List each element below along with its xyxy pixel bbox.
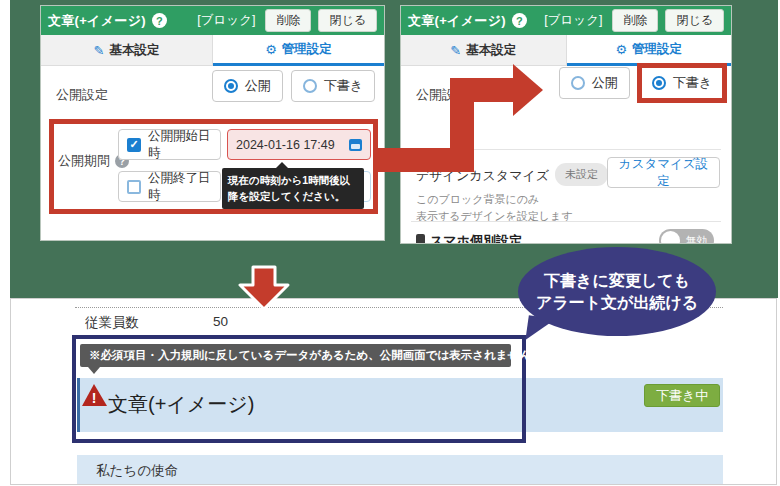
block-settings-panel-before: 文章(+イメージ) ? [ブロック] 削除 閉じる ✎ 基本設定 ⚙ 管理設定 … [40,5,385,241]
publish-radio-group: 公開 下書き [212,70,375,102]
end-datetime-label: 公開終了日時 [148,170,212,204]
tab-bar: ✎ 基本設定 ⚙ 管理設定 [41,35,384,66]
section-title-bar: 私たちの使命 [77,455,723,485]
publish-period-highlight-box: 公開期間 ? ✓ 公開開始日時 2024-01-16 17:49 公開終了日時 … [49,119,378,214]
panel-title: 文章(+イメージ) [408,12,506,30]
start-datetime-label: 公開開始日時 [148,128,212,162]
tab-basic-settings[interactable]: ✎ 基本設定 [41,35,213,66]
elbow-arrow-segment [450,78,514,102]
publish-radio-group: 公開 下書き [559,63,727,103]
tab-admin-label: 管理設定 [632,41,682,58]
design-description-line1: このブロック背景にのみ [416,193,539,205]
radio-on-icon [652,76,666,90]
screenshot-root: 文章(+イメージ) ? [ブロック] 削除 閉じる ✎ 基本設定 ⚙ 管理設定 … [0,0,780,486]
toggle-knob [661,231,680,244]
radio-draft[interactable]: 下書き [291,70,375,102]
tab-admin-settings[interactable]: ⚙ 管理設定 [567,35,732,66]
tab-basic-label: 基本設定 [466,42,516,59]
validation-tooltip: 現在の時刻から1時間後以降を設定してください。 [222,168,364,209]
tab-basic-label: 基本設定 [109,42,159,59]
delete-button[interactable]: 削除 [612,9,658,33]
radio-public-label: 公開 [245,77,271,95]
smartphone-toggle[interactable]: 無効 [659,229,714,244]
design-description: このブロック背景にのみ 表示するデザインを設定します [416,191,573,225]
radio-draft-label: 下書き [324,77,363,95]
calendar-icon[interactable] [349,139,362,151]
delete-button[interactable]: 削除 [265,9,311,33]
checkbox-empty-icon [127,180,141,194]
smartphone-icon [416,234,425,244]
radio-public-label: 公開 [592,74,618,92]
tab-admin-settings[interactable]: ⚙ 管理設定 [213,35,384,66]
tab-bar: ✎ 基本設定 ⚙ 管理設定 [401,35,731,66]
customize-settings-button[interactable]: カスタマイズ設定 [607,157,720,188]
radio-off-icon [571,76,585,90]
alert-tooltip-pointer [88,367,100,374]
alert-message: ※必須項目・入力規則に反しているデータがあるため、公開画面では表示されません [80,344,511,367]
status-pill: 未設定 [555,163,608,186]
publish-setting-label: 公開設定 [56,86,108,104]
employee-count-label: 従業員数 [85,314,139,332]
smartphone-setting-label: スマホ個別設定 [416,232,522,244]
radio-public[interactable]: 公開 [559,67,630,99]
block-tag-label: [ブロック] [197,12,255,29]
callout-line2: アラート文が出続ける [536,292,698,314]
edit-icon: ✎ [450,43,461,58]
close-button[interactable]: 閉じる [318,9,377,33]
gear-icon: ⚙ [265,42,277,57]
radio-draft-label: 下書き [673,74,712,92]
start-datetime-input[interactable]: 2024-01-16 17:49 [227,129,371,160]
edit-icon: ✎ [94,43,105,58]
block-tag-label: [ブロック] [544,12,602,29]
checkbox-checked-icon: ✓ [127,138,141,152]
publish-period-text: 公開期間 [58,152,110,170]
radio-on-icon [224,79,238,93]
close-button[interactable]: 閉じる [665,9,724,33]
help-icon[interactable]: ? [512,13,527,28]
radio-public[interactable]: 公開 [212,70,283,102]
down-arrow-icon [237,265,291,311]
callout-line1: 下書きに変更しても [544,270,690,292]
divider [411,221,721,222]
draft-highlight-box: 下書き [637,63,727,103]
smartphone-setting-text: スマホ個別設定 [430,232,522,244]
toggle-label: 無効 [686,234,707,244]
draft-status-badge: 下書き中 [644,384,720,407]
start-datetime-checkbox[interactable]: ✓ 公開開始日時 [118,129,221,160]
help-icon[interactable]: ? [152,13,167,28]
gear-icon: ⚙ [615,42,627,57]
start-datetime-value: 2024-01-16 17:49 [236,138,335,152]
tab-admin-label: 管理設定 [282,41,332,58]
end-datetime-checkbox[interactable]: 公開終了日時 [118,171,221,202]
panel-header: 文章(+イメージ) ? [ブロック] 削除 閉じる [401,6,731,35]
employee-count-value: 50 [213,314,228,329]
elbow-arrow-head-icon [513,64,543,116]
panel-title: 文章(+イメージ) [48,12,146,30]
radio-draft[interactable]: 下書き [645,71,719,95]
tab-basic-settings[interactable]: ✎ 基本設定 [401,35,567,66]
panel-header: 文章(+イメージ) ? [ブロック] 削除 閉じる [41,6,384,35]
radio-off-icon [303,79,317,93]
callout-bubble: 下書きに変更しても アラート文が出続ける [518,247,716,336]
